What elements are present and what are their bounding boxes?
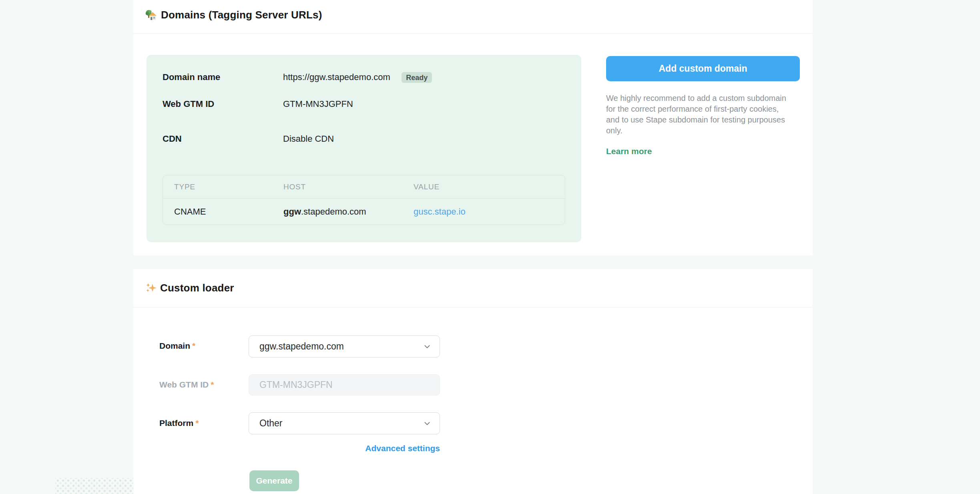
add-custom-domain-button[interactable]: Add custom domain <box>606 56 800 81</box>
custom-domain-aside: Add custom domain We highly recommend to… <box>606 56 800 156</box>
learn-more-link[interactable]: Learn more <box>606 147 652 156</box>
web-gtm-id-input[interactable] <box>249 374 440 396</box>
dns-table-header: TYPE HOST VALUE <box>163 175 565 199</box>
sparkles-icon <box>145 283 157 294</box>
required-asterisk: * <box>195 418 199 428</box>
dns-records-table: TYPE HOST VALUE CNAME ggw.stapedemo.com … <box>163 175 565 225</box>
dns-header-host: HOST <box>283 183 414 191</box>
required-asterisk: * <box>192 341 195 350</box>
custom-loader-header: Custom loader <box>133 269 813 307</box>
generate-button[interactable]: Generate <box>249 470 299 491</box>
custom-domain-description: We highly recommend to add a custom subd… <box>606 93 794 136</box>
web-gtm-id-value: GTM-MN3JGPFN <box>283 99 353 109</box>
domain-field-label: Domain* <box>159 341 195 351</box>
dns-header-type: TYPE <box>163 183 283 191</box>
domain-name-label: Domain name <box>163 72 283 82</box>
web-gtm-id-label: Web GTM ID <box>163 99 283 109</box>
table-row: CNAME ggw.stapedemo.com gusc.stape.io <box>163 199 565 225</box>
domain-select-value: ggw.stapedemo.com <box>259 341 344 352</box>
domains-section: Domains (Tagging Server URLs) Domain nam… <box>133 0 813 255</box>
domains-section-title: Domains (Tagging Server URLs) <box>161 9 322 21</box>
domains-section-header: Domains (Tagging Server URLs) <box>133 0 813 34</box>
custom-loader-title: Custom loader <box>160 282 234 294</box>
platform-select-value: Other <box>259 418 283 429</box>
cdn-row: CDN Disable CDN <box>163 133 565 145</box>
dns-header-value: VALUE <box>414 183 565 191</box>
status-badge: Ready <box>402 72 432 83</box>
custom-loader-section: Custom loader Domain* ggw.stapedemo.com … <box>133 269 813 494</box>
cdn-value: Disable CDN <box>283 134 334 144</box>
stape-domain-panel: Domain name https://ggw.stapedemo.com Re… <box>147 55 581 242</box>
domain-select[interactable]: ggw.stapedemo.com <box>249 335 440 357</box>
cdn-label: CDN <box>163 134 283 144</box>
domain-name-value: https://ggw.stapedemo.com <box>283 72 390 82</box>
page: Domains (Tagging Server URLs) Domain nam… <box>0 0 980 494</box>
house-with-garden-icon <box>145 9 157 21</box>
chevron-down-icon <box>424 343 431 350</box>
domain-name-row: Domain name https://ggw.stapedemo.com Re… <box>163 72 565 83</box>
dns-record-type: CNAME <box>163 207 283 217</box>
advanced-settings-link[interactable]: Advanced settings <box>249 444 440 453</box>
chevron-down-icon <box>424 420 431 427</box>
web-gtm-id-field-label: Web GTM ID* <box>159 380 214 390</box>
decorative-dots <box>55 478 135 494</box>
required-asterisk: * <box>211 380 214 389</box>
platform-select[interactable]: Other <box>249 412 440 434</box>
web-gtm-id-row: Web GTM ID GTM-MN3JGPFN <box>163 98 565 110</box>
dns-record-value-link[interactable]: gusc.stape.io <box>414 207 466 217</box>
dns-record-host: ggw.stapedemo.com <box>283 207 414 217</box>
platform-field-label: Platform* <box>159 418 199 428</box>
